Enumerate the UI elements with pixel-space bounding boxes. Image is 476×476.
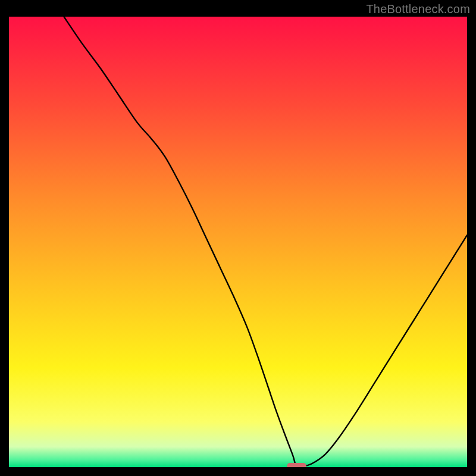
chart-svg bbox=[9, 17, 467, 467]
chart-background-gradient bbox=[9, 17, 467, 467]
chart-plot-area bbox=[9, 17, 467, 467]
watermark-label: TheBottleneck.com bbox=[366, 2, 470, 16]
chart-frame: TheBottleneck.com bbox=[0, 0, 476, 476]
optimum-marker bbox=[287, 463, 306, 467]
